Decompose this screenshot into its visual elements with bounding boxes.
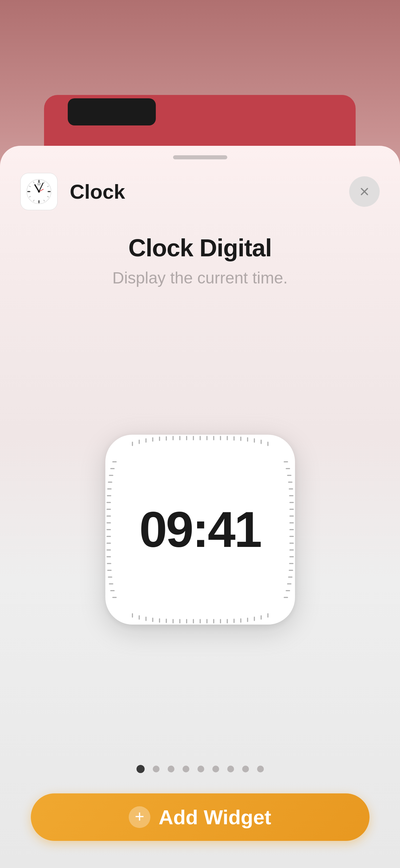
add-widget-label: Add Widget [159,806,271,829]
app-name-label: Clock [70,180,349,203]
pagination-dots [136,765,264,773]
close-button[interactable] [349,176,380,207]
pagination-dot-8[interactable] [242,766,249,772]
app-icon: 12 [20,173,58,210]
clock-icon-svg: 12 [24,176,54,207]
clock-digital-widget: 09:41 [105,435,295,625]
widget-sheet: 12 Clock Clock Digital Display the curre… [0,146,400,868]
pagination-dot-3[interactable] [168,766,174,772]
svg-point-17 [38,191,40,193]
sheet-handle [173,155,227,159]
sheet-header: 12 Clock [0,159,400,220]
pagination-dot-1[interactable] [136,765,145,773]
widget-carousel[interactable]: 09:41 [0,294,400,765]
background-notch [68,98,156,125]
pagination-dot-7[interactable] [227,766,234,772]
widget-subtitle: Display the current time. [112,269,288,287]
clock-time-display: 09:41 [139,501,261,558]
pagination-dot-2[interactable] [153,766,160,772]
svg-text:12: 12 [37,182,41,186]
pagination-dot-4[interactable] [183,766,189,772]
widget-title: Clock Digital [128,234,272,262]
add-widget-button[interactable]: Add Widget [31,793,370,841]
pagination-dot-6[interactable] [212,766,219,772]
close-icon [358,185,371,198]
pagination-dot-9[interactable] [257,766,264,772]
add-widget-plus-icon [129,806,150,828]
pagination-dot-5[interactable] [197,766,204,772]
